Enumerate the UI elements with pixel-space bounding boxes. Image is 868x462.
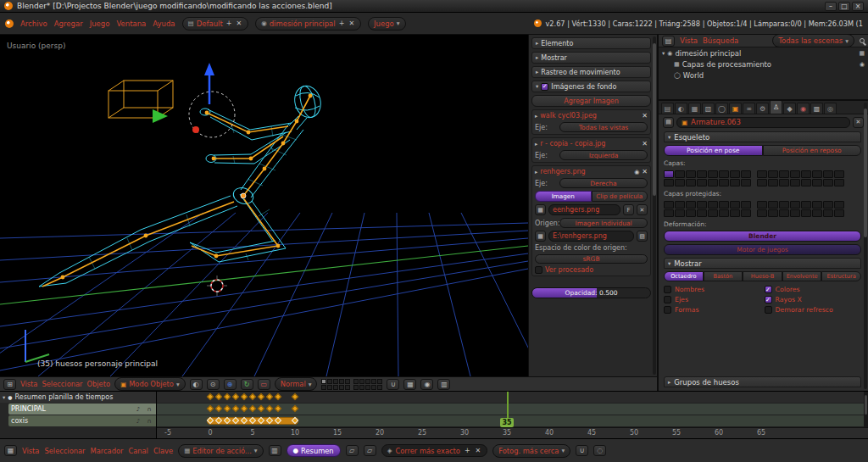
render-still-icon[interactable]: ◉ (420, 379, 433, 390)
keyframe-diamond[interactable] (275, 417, 281, 424)
deform-blender-button[interactable]: Blender (664, 231, 861, 242)
unlink-button[interactable]: ✕ (637, 204, 648, 215)
menu-vista-3d[interactable]: Vista (20, 380, 37, 388)
panel-esqueleto[interactable]: ▾ Esqueleto (664, 131, 861, 142)
current-frame-label[interactable]: 35 (500, 418, 514, 427)
editor-type-icon[interactable]: ▤ (663, 117, 674, 128)
armature-layer-toggle[interactable] (730, 170, 740, 178)
viewport-layer-toggle[interactable] (321, 385, 326, 390)
add-scene-button[interactable]: + (338, 19, 346, 27)
armature-layer-toggle[interactable] (686, 170, 696, 178)
properties-tab-constraints[interactable]: ∞ (743, 103, 755, 114)
n-panel-scrollbar[interactable] (653, 36, 656, 375)
armature-layer-toggle[interactable] (779, 201, 789, 209)
keyframe-diamond[interactable] (258, 405, 264, 412)
menu-juego[interactable]: Juego (90, 19, 110, 28)
origin-dropdown[interactable]: Imagen Individual (559, 218, 648, 228)
pivot-point-icon[interactable]: ⊙ (207, 379, 220, 390)
properties-tab-world[interactable]: ◯ (715, 103, 728, 114)
panel-grupos-huesos[interactable]: ▸ Grupos de huesos (664, 376, 861, 387)
armature-layer-toggle[interactable] (823, 179, 833, 186)
fake-user-button[interactable]: F (623, 204, 634, 215)
armature-layer-toggle[interactable] (741, 170, 751, 178)
expand-icon[interactable]: ▾ (662, 50, 665, 57)
keyframe-diamond[interactable] (224, 417, 231, 424)
checkbox[interactable]: ✓ (765, 286, 772, 293)
magnet-icon[interactable]: ∪ (576, 445, 588, 456)
armature-layer-toggle[interactable] (719, 170, 729, 178)
armature-layer-toggle[interactable] (675, 179, 685, 186)
axis-dropdown[interactable]: Izquierda (559, 150, 648, 160)
keyframe-diamond[interactable] (207, 417, 214, 424)
unlink-action-button[interactable]: ✕ (475, 447, 482, 454)
panel-mostrar[interactable]: ▸ Mostrar (531, 52, 651, 64)
panel-mostrar-props[interactable]: ▾ Mostrar (664, 258, 861, 269)
lock-icon[interactable]: ∩ (145, 418, 153, 425)
close-button[interactable]: × (852, 2, 864, 11)
armature-layer-toggle[interactable] (708, 179, 718, 186)
armature-layer-toggle[interactable] (779, 179, 789, 186)
new-action-button[interactable]: + (464, 447, 471, 454)
viewport-layer-toggle[interactable] (327, 385, 332, 390)
channel-summary[interactable]: ▾ ● Resumen planilla de tiempos (0, 392, 156, 403)
viewport-layer-toggle[interactable] (345, 379, 350, 384)
armature-layer-toggle[interactable] (801, 209, 811, 217)
filter-icon[interactable]: ▥ (269, 445, 281, 456)
armature-layer-toggle[interactable] (730, 179, 740, 186)
viewport-layer-toggle[interactable] (359, 379, 364, 384)
axis-dropdown[interactable]: Derecha (559, 178, 648, 188)
menu-seleccionar-dope[interactable]: Seleccionar (44, 447, 85, 455)
armature-layer-toggle[interactable] (768, 179, 778, 186)
viewport-layer-toggle[interactable] (353, 379, 359, 384)
viewport-shading-icon[interactable]: ◐ (190, 379, 203, 390)
proportional-edit-icon[interactable]: ▦ (403, 379, 416, 390)
view-processed-checkbox[interactable] (535, 266, 542, 274)
keyframe-diamond[interactable] (258, 393, 264, 400)
armature-layer-toggle[interactable] (664, 209, 674, 217)
armature-layer-toggle[interactable] (801, 170, 811, 178)
viewport-layer-toggle[interactable] (353, 385, 359, 390)
keyframe-diamond[interactable] (292, 405, 298, 412)
minimize-button[interactable]: – (825, 2, 837, 11)
viewport-layer-toggle[interactable] (333, 385, 338, 390)
menu-seleccionar-3d[interactable]: Seleccionar (42, 380, 82, 388)
viewport-layer-toggle[interactable] (371, 385, 376, 390)
opacity-slider[interactable]: Opacidad: 0.500 (531, 287, 651, 298)
keyframe-diamond[interactable] (249, 405, 256, 412)
properties-tab-data-armature[interactable]: ♙ (770, 101, 782, 114)
menu-archivo[interactable]: Archivo (20, 19, 47, 28)
rest-position-button[interactable]: Posición en reposo (763, 145, 862, 156)
armature-layer-toggle[interactable] (675, 170, 685, 178)
keyframe-diamond[interactable] (241, 417, 248, 424)
background-images-checkbox[interactable]: ✓ (541, 83, 548, 91)
delete-scene-button[interactable]: ✕ (348, 19, 355, 27)
properties-scrollbar[interactable] (864, 103, 867, 389)
summary-toggle-button[interactable]: ● Resumen (287, 444, 341, 457)
outliner-item-render-layers[interactable]: ▦ Capas de procesamiento ◉ (659, 58, 868, 70)
keyframe-diamond[interactable] (241, 405, 248, 412)
lock-icon[interactable]: ∩ (145, 406, 153, 413)
armature-layer-toggle[interactable] (741, 201, 751, 209)
image-datablock-field[interactable]: eenhgers.png (548, 204, 620, 215)
keyframe-diamond[interactable] (224, 393, 231, 400)
armature-layer-toggle[interactable] (697, 179, 707, 186)
dope-mode-selector[interactable]: ▦ Editor de acció... ▾ (178, 444, 263, 458)
armature-layer-toggle[interactable] (664, 170, 674, 178)
filepath-field[interactable]: E:\renhgers.png (548, 231, 634, 242)
viewport-layer-toggle[interactable] (365, 385, 370, 390)
add-image-button[interactable]: Agregar Imagen (531, 95, 651, 107)
checkbox[interactable] (664, 306, 671, 314)
colorspace-dropdown[interactable]: sRGB (535, 254, 648, 264)
menu-busqueda-outliner[interactable]: Búsqueda (703, 36, 738, 45)
datablock-field[interactable]: ▣ Armature.063 (676, 117, 850, 128)
armature-layer-toggle[interactable] (834, 170, 844, 178)
viewport-layer-toggle[interactable] (345, 385, 350, 390)
armature-layer-toggle[interactable] (697, 201, 707, 209)
keyframe-diamond[interactable] (215, 405, 222, 412)
add-layout-button[interactable]: + (225, 19, 233, 27)
armature-layer-toggle[interactable] (708, 209, 718, 217)
pose-position-button[interactable]: Posición en pose (664, 145, 763, 156)
properties-tab-bone[interactable]: ◆ (783, 103, 796, 114)
tab-movie-clip[interactable]: Clip de película (592, 191, 648, 202)
dope-scrollbar[interactable] (864, 392, 868, 427)
